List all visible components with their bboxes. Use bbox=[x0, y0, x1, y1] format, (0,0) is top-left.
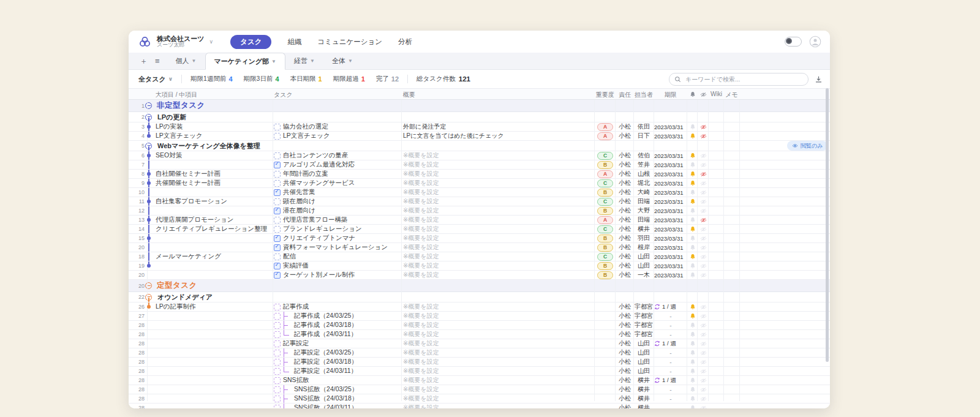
task-checkbox[interactable] bbox=[274, 304, 281, 310]
summary-cell[interactable]: ※概要を設定 bbox=[403, 261, 593, 270]
summary-cell[interactable]: ※概要を設定 bbox=[403, 358, 593, 366]
bell-icon[interactable] bbox=[690, 313, 696, 319]
priority-badge[interactable]: A bbox=[597, 123, 613, 131]
task-label[interactable]: SNS拡散 bbox=[283, 376, 309, 385]
eye-off-icon[interactable] bbox=[700, 198, 707, 205]
eye-off-icon[interactable] bbox=[700, 124, 707, 130]
nav-item-3[interactable]: 分析 bbox=[398, 37, 412, 47]
task-checkbox[interactable] bbox=[274, 124, 281, 130]
task-label[interactable]: ブランドレギュレーション bbox=[283, 225, 362, 233]
nav-item-0[interactable]: タスク bbox=[230, 35, 271, 49]
task-checkbox[interactable] bbox=[274, 340, 281, 347]
task-label[interactable]: アルゴリズム最適化対応 bbox=[283, 160, 355, 169]
bell-icon[interactable] bbox=[690, 162, 696, 168]
task-label[interactable]: 記事作成（24/03/11） bbox=[294, 330, 357, 339]
summary-cell[interactable]: ※概要を設定 bbox=[403, 312, 593, 320]
mid-item-label[interactable]: 自社集客プロモーション bbox=[156, 197, 227, 206]
eye-off-icon[interactable] bbox=[700, 217, 707, 224]
bell-icon[interactable] bbox=[690, 331, 696, 337]
task-checkbox[interactable] bbox=[274, 405, 281, 409]
eye-off-icon[interactable] bbox=[700, 254, 707, 260]
task-label[interactable]: 顕在層向け bbox=[283, 197, 315, 206]
bell-icon[interactable] bbox=[690, 217, 696, 223]
stat-4[interactable]: 完了12 bbox=[376, 75, 399, 83]
summary-cell[interactable]: ※概要を設定 bbox=[403, 367, 593, 375]
bell-icon[interactable] bbox=[690, 208, 696, 214]
eye-off-icon[interactable] bbox=[700, 133, 707, 140]
mid-item-label[interactable]: LPの実装 bbox=[156, 122, 183, 131]
task-label[interactable]: 記事作成（24/03/25） bbox=[294, 312, 358, 320]
task-checkbox[interactable] bbox=[274, 386, 281, 393]
eye-off-icon[interactable] bbox=[700, 386, 707, 393]
eye-off-icon[interactable] bbox=[700, 368, 707, 375]
task-label[interactable]: 記事設定（24/03/18） bbox=[294, 358, 358, 366]
task-label[interactable]: LP文言チェック bbox=[283, 132, 330, 140]
mid-item-label[interactable]: メールマーケティング bbox=[156, 252, 221, 261]
task-label[interactable]: 共催先営業 bbox=[283, 188, 315, 197]
task-checkbox[interactable] bbox=[274, 377, 281, 384]
task-checkbox[interactable] bbox=[274, 217, 281, 224]
board-list-icon[interactable]: ≡ bbox=[155, 56, 160, 66]
bell-icon[interactable] bbox=[690, 198, 696, 205]
board-tab-1[interactable]: マーケティング部▼ bbox=[205, 53, 285, 70]
task-checkbox[interactable] bbox=[274, 396, 281, 402]
summary-cell[interactable]: ※概要を設定 bbox=[403, 302, 593, 311]
task-label[interactable]: 配信 bbox=[283, 252, 296, 261]
task-label[interactable]: SNS拡散（24/03/18） bbox=[294, 394, 358, 403]
summary-cell[interactable]: 外部に発注予定 bbox=[403, 122, 593, 131]
summary-cell[interactable]: ※概要を設定 bbox=[403, 252, 593, 261]
collapse-icon[interactable] bbox=[145, 282, 152, 289]
priority-badge[interactable]: B bbox=[597, 262, 613, 270]
company-selector[interactable]: 株式会社スーツ スーツ太郎 bbox=[157, 35, 205, 48]
nav-item-2[interactable]: コミュニケーション bbox=[317, 37, 382, 47]
task-label[interactable]: 資料フォーマットレギュレーション bbox=[283, 243, 388, 252]
add-board-button[interactable]: ＋ bbox=[140, 56, 148, 67]
task-label[interactable]: 記事設定（24/03/25） bbox=[294, 348, 358, 357]
task-checkbox[interactable] bbox=[274, 198, 281, 205]
board-tab-0[interactable]: 個人▼ bbox=[167, 53, 205, 69]
summary-cell[interactable]: ※概要を設定 bbox=[403, 394, 593, 403]
bell-icon[interactable] bbox=[690, 396, 696, 402]
task-label[interactable]: 記事設定 bbox=[283, 339, 309, 348]
bell-icon[interactable] bbox=[690, 244, 696, 250]
mid-item-label[interactable]: 自社開催セミナー計画 bbox=[156, 170, 221, 178]
eye-off-icon[interactable] bbox=[700, 331, 707, 338]
summary-cell[interactable]: ※概要を設定 bbox=[403, 243, 593, 252]
bell-icon[interactable] bbox=[690, 226, 696, 232]
bell-icon[interactable] bbox=[690, 377, 696, 383]
bell-icon[interactable] bbox=[690, 272, 696, 278]
user-avatar[interactable] bbox=[809, 36, 821, 48]
task-checkbox[interactable] bbox=[274, 235, 281, 242]
task-checkbox[interactable] bbox=[274, 350, 281, 356]
mid-item-label[interactable]: LP文言チェック bbox=[156, 132, 203, 140]
bell-icon[interactable] bbox=[690, 124, 696, 130]
task-checkbox[interactable] bbox=[274, 272, 281, 279]
task-checkbox[interactable] bbox=[274, 208, 281, 214]
eye-off-icon[interactable] bbox=[700, 162, 707, 168]
task-checkbox[interactable] bbox=[274, 359, 281, 366]
bell-icon[interactable] bbox=[690, 350, 696, 356]
task-checkbox[interactable] bbox=[274, 368, 281, 375]
eye-off-icon[interactable] bbox=[700, 350, 707, 356]
bell-icon[interactable] bbox=[690, 340, 696, 347]
header-toggle-switch[interactable] bbox=[785, 37, 802, 47]
mid-item-label[interactable]: 代理店展開プロモーション bbox=[156, 216, 233, 224]
view-only-badge[interactable]: 閲覧のみ bbox=[787, 141, 827, 151]
mid-item-label[interactable]: 共催開催セミナー計画 bbox=[156, 179, 221, 187]
priority-badge[interactable]: B bbox=[597, 161, 613, 169]
task-label[interactable]: ターゲット別メール制作 bbox=[283, 271, 355, 279]
stat-2[interactable]: 本日期限1 bbox=[290, 75, 322, 83]
summary-cell[interactable]: ※概要を設定 bbox=[403, 179, 593, 187]
task-label[interactable]: 実績評価 bbox=[283, 261, 309, 270]
task-label[interactable]: クリエイティブトンマナ bbox=[283, 234, 355, 242]
task-label[interactable]: 年間計画の立案 bbox=[283, 170, 328, 178]
task-checkbox[interactable] bbox=[274, 263, 281, 269]
eye-off-icon[interactable] bbox=[700, 405, 707, 409]
board-tab-2[interactable]: 経営▼ bbox=[285, 53, 323, 69]
task-label[interactable]: 記事設定（24/03/11） bbox=[294, 367, 357, 375]
priority-badge[interactable]: B bbox=[597, 235, 613, 242]
eye-off-icon[interactable] bbox=[700, 235, 707, 242]
bell-icon[interactable] bbox=[690, 359, 696, 365]
task-checkbox[interactable] bbox=[274, 244, 281, 251]
summary-cell[interactable]: ※概要を設定 bbox=[403, 321, 593, 329]
